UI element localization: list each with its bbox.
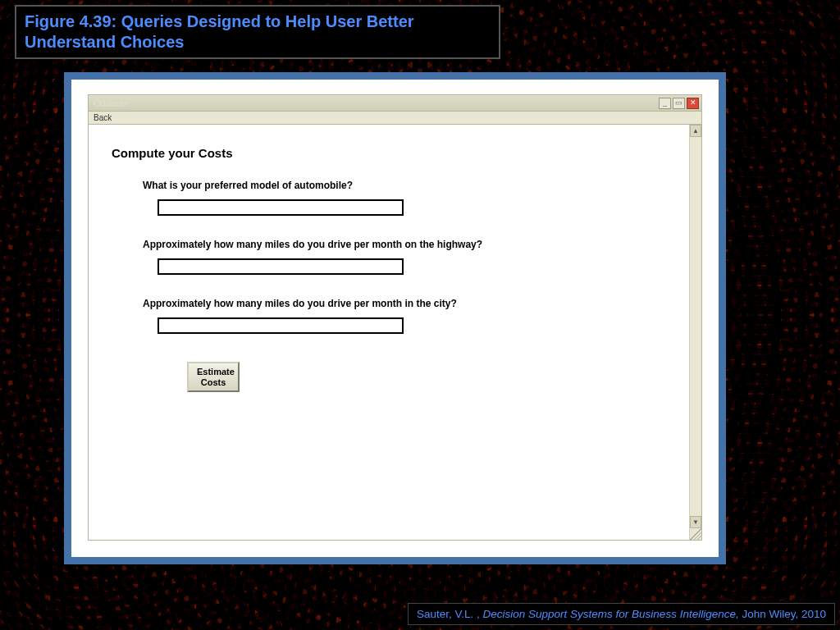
city-miles-input[interactable] [158, 317, 404, 334]
maximize-button[interactable]: ▭ [673, 98, 685, 109]
vertical-scrollbar[interactable]: ▲ ▼ [689, 125, 701, 540]
figure-caption: Figure 4.39: Queries Designed to Help Us… [25, 11, 491, 52]
content-wrap: Compute your Costs What is your preferre… [89, 125, 701, 540]
minimize-button[interactable]: _ [659, 98, 671, 109]
field-group-highway: Approximately how many miles do you driv… [143, 239, 666, 275]
resize-grip-icon[interactable] [690, 528, 701, 540]
figure-caption-box: Figure 4.39: Queries Designed to Help Us… [15, 5, 500, 59]
field-group-model: What is your preferred model of automobi… [143, 180, 666, 216]
scroll-up-button[interactable]: ▲ [690, 125, 701, 137]
close-button[interactable]: ✕ [687, 98, 699, 109]
citation-publisher: John Wiley, 2010 [742, 608, 826, 620]
citation-title: Decision Support Systems for Business In… [483, 608, 742, 620]
window-titlebar: Odabran _ ▭ ✕ [89, 95, 701, 112]
scroll-down-button[interactable]: ▼ [690, 516, 701, 528]
window-controls: _ ▭ ✕ [659, 98, 699, 109]
application-window-frame: Odabran _ ▭ ✕ Back Compute your Costs Wh… [64, 72, 726, 564]
citation-author: Sauter, V.L. , [417, 608, 483, 620]
menu-back[interactable]: Back [94, 113, 112, 122]
menu-bar: Back [89, 112, 701, 125]
highway-miles-input[interactable] [158, 258, 404, 275]
citation-box: Sauter, V.L. , Decision Support Systems … [408, 603, 835, 625]
estimate-costs-button[interactable]: Estimate Costs [187, 362, 240, 392]
field-group-city: Approximately how many miles do you driv… [143, 298, 666, 334]
model-input[interactable] [158, 199, 404, 216]
estimate-label-line2: Costs [201, 377, 226, 387]
form-content: Compute your Costs What is your preferre… [89, 125, 689, 540]
window-title: Odabran [94, 98, 129, 108]
scrollbar-track[interactable] [690, 137, 701, 516]
question-model-label: What is your preferred model of automobi… [143, 180, 666, 191]
question-highway-label: Approximately how many miles do you driv… [143, 239, 666, 250]
form-heading: Compute your Costs [112, 146, 666, 160]
application-window: Odabran _ ▭ ✕ Back Compute your Costs Wh… [88, 94, 702, 541]
estimate-label-line1: Estimate [197, 367, 235, 377]
question-city-label: Approximately how many miles do you driv… [143, 298, 666, 309]
